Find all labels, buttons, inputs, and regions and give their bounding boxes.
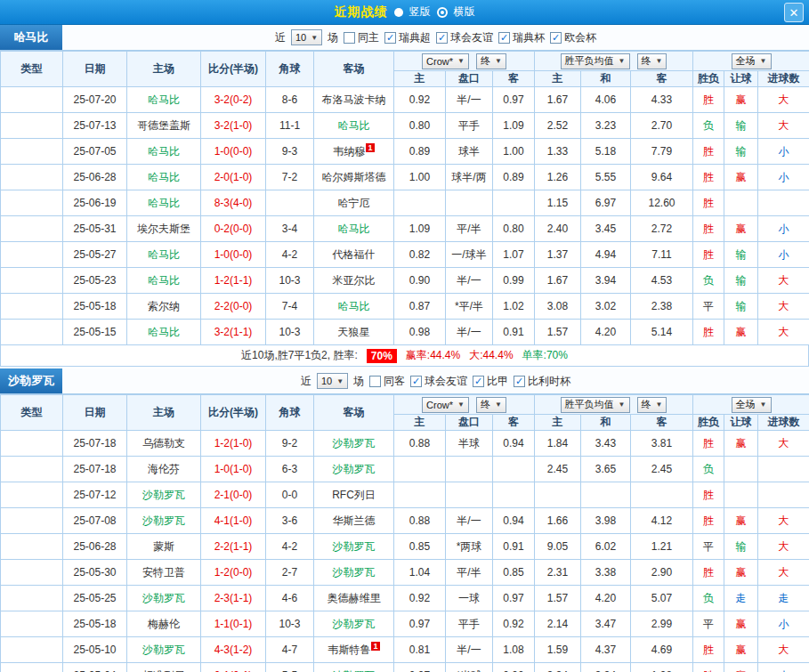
match-count-select[interactable]: 10▼ [317, 373, 348, 389]
league-badge: 比甲 [1, 586, 63, 611]
summary-text: 近10场,胜7平1负2, 胜率: [241, 348, 358, 363]
corner-count: 3-4 [266, 216, 314, 242]
match-count-select[interactable]: 10▼ [291, 29, 322, 45]
filter-checkbox-label[interactable]: 球会友谊 [450, 30, 493, 45]
result-flag: 负 [693, 457, 724, 482]
filter-checkbox-group[interactable]: ✓瑞典超 [384, 30, 431, 45]
filter-checkbox[interactable] [344, 32, 355, 44]
avg-home: 1.15 [535, 190, 581, 216]
odds-period-select[interactable]: 终▼ [476, 397, 506, 413]
filter-checkbox-group[interactable]: ✓欧会杯 [550, 30, 596, 45]
horizontal-radio-label[interactable]: 横版 [454, 4, 475, 20]
away-team: 奥德赫维里 [314, 586, 394, 611]
vertical-radio[interactable] [394, 8, 403, 17]
odds-company-select[interactable]: Crow*▼ [422, 53, 469, 69]
filter-checkbox-group[interactable]: ✓比利时杯 [514, 374, 570, 389]
odds-away: 0.94 [493, 508, 535, 534]
odds-home: 0.82 [394, 242, 446, 268]
filter-checkbox-label[interactable]: 欧会杯 [564, 30, 596, 45]
odds-handicap-line: 半/一 [446, 508, 493, 534]
avg-period-select[interactable]: 终▼ [637, 53, 667, 69]
odds-handicap-line: 一球 [446, 586, 493, 611]
filter-checkbox-label[interactable]: 比甲 [487, 374, 508, 389]
filter-checkbox-group[interactable]: ✓球会友谊 [410, 374, 467, 389]
filter-checkbox[interactable]: ✓ [384, 32, 396, 44]
odds-away: 0.89 [493, 165, 535, 190]
dropdown-arrow-icon: ▼ [619, 57, 626, 65]
odds-away [493, 457, 535, 482]
filter-checkbox[interactable] [369, 376, 381, 387]
filter-checkbox-group[interactable]: ✓比甲 [473, 374, 508, 389]
corner-count: 8-6 [266, 87, 314, 113]
away-team-label: 哈宁厄 [338, 197, 370, 209]
home-team-label: 哈马比 [148, 274, 180, 287]
handicap-flag: 输 [724, 268, 758, 294]
corner-count: 5-5 [266, 663, 314, 672]
home-team-label: 哈马比 [148, 93, 180, 106]
dropdown-arrow-icon: ▼ [656, 401, 663, 409]
filter-checkbox[interactable]: ✓ [550, 32, 562, 44]
avg-type-value: 胜平负均值 [565, 54, 614, 68]
away-team-label: 沙勒罗瓦 [333, 540, 376, 553]
col-result: 胜负 [693, 71, 724, 87]
avg-type-select[interactable]: 胜平负均值▼ [561, 53, 630, 69]
handicap-flag: 赢 [724, 216, 758, 242]
corner-count: 4-7 [266, 637, 314, 663]
away-team: 韦斯特鲁1 [314, 637, 394, 663]
corner-count: 10-3 [266, 268, 314, 294]
filter-checkbox-label[interactable]: 同主 [358, 30, 379, 45]
filter-checkbox[interactable]: ✓ [410, 376, 422, 387]
corner-count: 4-6 [266, 586, 314, 611]
odds-period-select[interactable]: 终▼ [476, 53, 506, 69]
avg-home: 1.26 [535, 165, 581, 190]
odds-handicap-line: 平/半 [446, 216, 493, 242]
filter-checkbox-group[interactable]: ✓球会友谊 [436, 30, 493, 45]
scope-select[interactable]: 全场▼ [732, 53, 772, 69]
away-team-label: 华斯兰德 [333, 514, 376, 527]
match-date: 25-05-27 [63, 242, 127, 268]
filter-checkbox[interactable]: ✓ [473, 376, 484, 387]
close-icon[interactable]: ✕ [784, 3, 804, 22]
avg-home: 9.05 [535, 534, 581, 560]
handicap-flag: 赢 [724, 560, 758, 586]
team-name: 哈马比 [0, 25, 62, 50]
avg-period-select[interactable]: 终▼ [637, 397, 667, 413]
avg-draw: 4.94 [581, 242, 631, 268]
filter-checkbox-label[interactable]: 同客 [384, 374, 405, 389]
corner-count: 0-0 [266, 482, 314, 508]
odds-handicap-line: 平手 [446, 113, 493, 139]
match-row: 比甲25-05-10沙勒罗瓦4-3(1-2)4-7韦斯特鲁10.81半/一1.0… [1, 637, 809, 663]
filter-checkbox-group[interactable]: 同客 [369, 374, 405, 389]
filter-checkbox-group[interactable]: 同主 [344, 30, 379, 45]
odds-home: 0.97 [394, 663, 446, 672]
home-team: 沙勒罗瓦 [127, 482, 201, 508]
odds-company-select[interactable]: Crow*▼ [422, 397, 469, 413]
home-team: 哈马比 [127, 190, 201, 216]
col-corner: 角球 [266, 395, 314, 431]
avg-select-group: 胜平负均值▼ 终▼ [535, 52, 693, 71]
avg-type-select[interactable]: 胜平负均值▼ [561, 397, 630, 413]
avg-draw: 3.43 [581, 431, 631, 457]
col-date: 日期 [63, 395, 127, 431]
filter-checkbox[interactable]: ✓ [514, 376, 525, 387]
scope-select[interactable]: 全场▼ [732, 397, 772, 413]
match-row: 瑞典超25-06-28哈马比2-0(1-0)7-2哈尔姆斯塔德1.00球半/两0… [1, 165, 809, 190]
league-badge: 比甲 [1, 560, 63, 586]
match-score: 0-1(0-1) [201, 663, 266, 672]
odds-away: 0.94 [493, 431, 535, 457]
filter-checkbox-label[interactable]: 比利时杯 [528, 374, 570, 389]
home-team-label: 乌德勒支 [142, 437, 185, 449]
match-row: 球会友谊25-06-19哈马比8-3(4-0)哈宁厄1.156.9712.60胜 [1, 190, 809, 216]
dropdown-arrow-icon: ▼ [336, 377, 344, 385]
filter-checkbox-group[interactable]: ✓瑞典杯 [498, 30, 545, 45]
filter-checkbox[interactable]: ✓ [498, 32, 510, 44]
vertical-radio-label[interactable]: 竖版 [409, 4, 431, 20]
filter-bar: 近10▼场同主✓瑞典超✓球会友谊✓瑞典杯✓欧会杯 [62, 25, 809, 50]
filter-checkbox-label[interactable]: 球会友谊 [425, 374, 467, 389]
horizontal-radio[interactable] [437, 7, 448, 18]
filter-checkbox-label[interactable]: 瑞典杯 [513, 30, 545, 45]
home-team-label: 埃尔夫斯堡 [137, 223, 190, 235]
filter-checkbox[interactable]: ✓ [436, 32, 448, 44]
filter-checkbox-label[interactable]: 瑞典超 [399, 30, 431, 45]
league-badge: 球会友谊 [1, 431, 63, 457]
